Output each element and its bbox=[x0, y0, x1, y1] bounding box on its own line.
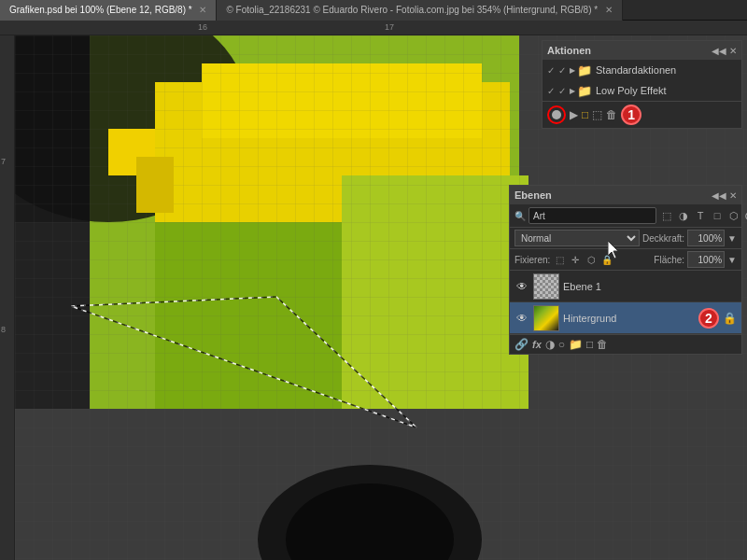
fix-pos-icon[interactable]: ⬚ bbox=[553, 253, 566, 266]
filter-pixel-icon[interactable]: ⬚ bbox=[659, 208, 674, 223]
ebenen-panel: Ebenen ◀◀ ✕ 🔍 ⬚ ◑ T □ ⬡ ⊙ bbox=[509, 185, 742, 355]
ebenen-controls: ◀◀ ✕ bbox=[712, 190, 737, 201]
delete-action-icon[interactable]: 🗑 bbox=[606, 108, 617, 121]
deckkraft-input[interactable] bbox=[687, 230, 725, 246]
aktionen-collapse-btn[interactable]: ◀◀ bbox=[712, 46, 726, 56]
action-row-standard[interactable]: ✓ ✓ ▶ 📁 Standardaktionen bbox=[543, 60, 741, 80]
filter-row: 🔍 ⬚ ◑ T □ ⬡ ⊙ bbox=[510, 204, 741, 228]
ruler-num-8: 8 bbox=[1, 325, 6, 334]
tab-fotolia-label: © Fotolia_22186231 © Eduardo Rivero - Fo… bbox=[226, 5, 598, 15]
check-standard2: ✓ bbox=[558, 65, 570, 76]
fix-move-icon[interactable]: ✛ bbox=[569, 253, 582, 266]
fixieren-label: Fixieren: bbox=[514, 255, 550, 265]
ruler-ticks-svg: // ticks generated in setup below bbox=[30, 21, 747, 35]
folder-lowpoly: 📁 bbox=[577, 84, 592, 98]
flaeche-arrow[interactable]: ▼ bbox=[727, 255, 737, 265]
main-area: 7 8 bbox=[0, 35, 747, 560]
flaeche-input[interactable] bbox=[687, 251, 725, 268]
tab-grafiken-close[interactable]: ✕ bbox=[199, 5, 206, 15]
layer-row-ebene1[interactable]: 👁 Ebene 1 bbox=[510, 271, 741, 302]
filter-icons: ⬚ ◑ T □ ⬡ bbox=[659, 208, 741, 223]
expand-standard[interactable]: ▶ bbox=[570, 66, 575, 75]
check-lowpoly: ✓ bbox=[547, 86, 558, 96]
adjustment-icon[interactable]: ◑ bbox=[545, 338, 555, 351]
ebenen-toolbar: 🔗 fx ◑ ○ 📁 □ 🗑 bbox=[510, 334, 741, 354]
ebenen-close-btn[interactable]: ✕ bbox=[729, 190, 737, 201]
action-lowpoly-label: Low Poly Effekt bbox=[596, 85, 737, 96]
callout-2: 2 bbox=[698, 308, 719, 329]
layer-thumb-ebene1 bbox=[533, 273, 559, 300]
ruler-left: 7 8 bbox=[0, 35, 15, 560]
action-row-lowpoly[interactable]: ✓ ✓ ▶ 📁 Low Poly Effekt bbox=[543, 80, 741, 101]
ebenen-collapse-btn[interactable]: ◀◀ bbox=[712, 190, 726, 201]
expand-lowpoly[interactable]: ▶ bbox=[570, 87, 575, 95]
folder-standard: 📁 bbox=[577, 63, 592, 77]
tab-fotolia[interactable]: © Fotolia_22186231 © Eduardo Rivero - Fo… bbox=[217, 0, 623, 21]
aktionen-panel: Aktionen ◀◀ ✕ ✓ ✓ ▶ 📁 Standardaktionen ✓… bbox=[542, 40, 742, 129]
delete-layer-icon[interactable]: 🗑 bbox=[597, 338, 608, 351]
ebenen-title: Ebenen bbox=[514, 189, 552, 201]
new-layer-icon[interactable]: □ bbox=[586, 338, 593, 351]
svg-rect-12 bbox=[136, 157, 174, 213]
new-action-icon[interactable]: ⬚ bbox=[592, 108, 602, 121]
filter-smartobj-icon[interactable]: ⬡ bbox=[726, 208, 741, 223]
flaeche-label: Fläche: bbox=[654, 255, 684, 265]
aktionen-header: Aktionen ◀◀ ✕ bbox=[543, 41, 741, 60]
layer-thumb-img bbox=[534, 306, 558, 330]
mask-icon[interactable]: ○ bbox=[558, 338, 565, 351]
check-standard: ✓ bbox=[547, 65, 558, 76]
fix-pixel-icon[interactable]: ⬡ bbox=[585, 253, 598, 266]
ebenen-header: Ebenen ◀◀ ✕ bbox=[510, 186, 741, 204]
deckkraft-label: Deckkraft: bbox=[642, 233, 684, 244]
deckkraft-arrow[interactable]: ▼ bbox=[727, 233, 737, 244]
play-icon[interactable]: ▶ bbox=[570, 108, 578, 121]
filter-input[interactable] bbox=[529, 207, 656, 224]
fixieren-row: Fixieren: ⬚ ✛ ⬡ 🔒 Fläche: ▼ bbox=[510, 249, 741, 271]
fx-icon[interactable]: fx bbox=[532, 339, 542, 350]
ruler-top: 16 17 // ticks generated in setup below bbox=[0, 21, 747, 35]
callout-1: 1 bbox=[621, 105, 641, 125]
aktionen-toolbar: ▶ □ ⬚ 🗑 1 bbox=[543, 101, 741, 128]
aktionen-controls: ◀◀ ✕ bbox=[712, 46, 737, 56]
filter-text-icon[interactable]: T bbox=[693, 208, 708, 223]
ruler-top-inner: 16 17 // ticks generated in setup below bbox=[30, 21, 747, 35]
action-standard-label: Standardaktionen bbox=[596, 64, 737, 76]
filter-adjust-icon[interactable]: ◑ bbox=[676, 208, 691, 223]
layer-name-hintergrund: Hintergrund bbox=[563, 313, 691, 324]
blend-row: Normal Deckkraft: ▼ bbox=[510, 228, 741, 249]
tab-fotolia-close[interactable]: ✕ bbox=[605, 5, 613, 15]
tab-grafiken-label: Grafiken.psd bei 100% (Ebene 12, RGB/8) … bbox=[9, 5, 192, 15]
aktionen-record-callout bbox=[547, 105, 566, 124]
blend-mode-select[interactable]: Normal bbox=[514, 230, 640, 246]
layer-name-ebene1: Ebene 1 bbox=[563, 281, 737, 292]
link-layers-icon[interactable]: 🔗 bbox=[514, 338, 529, 351]
aktionen-title: Aktionen bbox=[547, 45, 591, 56]
layer-thumb-checker bbox=[534, 274, 558, 299]
fix-lock-icon[interactable]: 🔒 bbox=[600, 253, 613, 266]
tab-grafiken[interactable]: Grafiken.psd bei 100% (Ebene 12, RGB/8) … bbox=[0, 0, 217, 21]
ruler-num-7: 7 bbox=[1, 157, 6, 166]
new-set-icon[interactable]: □ bbox=[582, 108, 588, 121]
layer-thumb-hintergrund bbox=[533, 305, 559, 331]
tab-bar: Grafiken.psd bei 100% (Ebene 12, RGB/8) … bbox=[0, 0, 747, 21]
aktionen-close-btn[interactable]: ✕ bbox=[729, 46, 737, 56]
group-icon[interactable]: 📁 bbox=[569, 338, 583, 351]
layer-lock-hintergrund: 🔒 bbox=[723, 312, 737, 325]
filter-icon: 🔍 bbox=[514, 211, 526, 221]
canvas-area[interactable]: Aktionen ◀◀ ✕ ✓ ✓ ▶ 📁 Standardaktionen ✓… bbox=[15, 35, 747, 560]
check-lowpoly2: ✓ bbox=[558, 86, 570, 96]
eye-hintergrund[interactable]: 👁 bbox=[514, 311, 529, 326]
stop-icon bbox=[552, 110, 561, 119]
layer-row-hintergrund[interactable]: 👁 Hintergrund 2 🔒 bbox=[510, 302, 741, 334]
filter-shape-icon[interactable]: □ bbox=[710, 208, 725, 223]
eye-ebene1[interactable]: 👁 bbox=[514, 279, 529, 294]
